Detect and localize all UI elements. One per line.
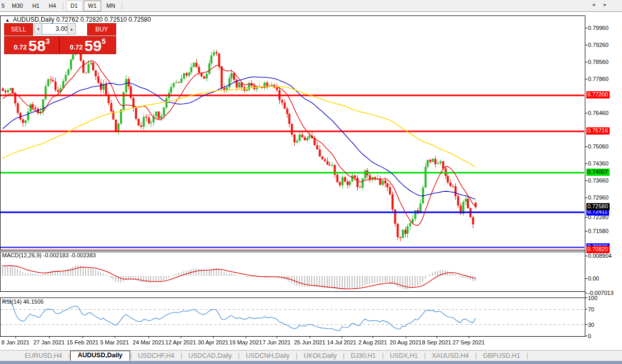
chart-title-text: AUDUSD,Daily 0.72762 0.72820 0.72510 0.7… [13,16,151,23]
one-click-trade-panel: SELL ▼ ▲ BUY 0.72583 0.72595 [4,23,115,63]
chart-tab-audusd[interactable]: AUDUSD,Daily [70,351,131,361]
date-label: 8 Jan 2021 [2,339,29,345]
sell-button[interactable]: SELL [4,23,33,36]
rsi-tick-mark [585,324,587,325]
chart-tab-gbpusd[interactable]: GBPUSD,H1 [477,351,527,360]
price-level-label: 0.74007 [586,169,610,176]
chart-tab-usdcnh[interactable]: USDCNH,Daily [240,351,296,360]
macd-tick-mark [585,278,587,279]
price-tick-label: 0.79260 [588,42,609,48]
date-tick-mark [277,336,277,338]
price-tick-mark [585,231,587,231]
buy-price-button[interactable]: 0.72595 [59,36,116,54]
volume-increase-button[interactable]: ▲ [67,23,76,35]
timeframe-button-mn[interactable]: MN [102,1,119,11]
sell-price-button[interactable]: 0.72583 [4,36,59,54]
date-tick-mark [373,336,373,338]
price-tick-label: 0.76460 [588,110,609,117]
price-tick-label: 0.72960 [588,194,609,201]
price-tick-label: 0.71580 [588,228,609,235]
chart-tab-usdcad[interactable]: USDCAD,Daily [182,351,238,360]
date-tick-mark [49,336,50,338]
date-label: 5 Mar 2021 [100,339,129,345]
window-bottom-edge [0,361,622,364]
date-label: 14 Jul 2021 [327,339,357,345]
price-level-label: 0.75716 [586,127,610,135]
volume-input[interactable] [42,23,70,35]
price-tick-label: 0.79960 [588,25,609,31]
chart-tab-usdx[interactable]: USDX,H1 [384,351,424,360]
date-tick-mark [437,336,437,338]
toolbar-separator [63,2,63,10]
chart-window: ▲AUDUSD,Daily 0.72762 0.72820 0.72510 0.… [0,12,622,350]
price-axis-line [585,15,585,337]
price-tick-mark [585,197,587,198]
price-tick-mark [585,62,587,62]
price-tick-mark [585,45,587,45]
chart-tab-dj30[interactable]: DJ30,H1 [344,351,382,360]
mt4-window: 5M30H1H4D1W1MN ▲AUDUSD,Daily 0.72762 0.7… [0,0,622,364]
timeframe-button-w1[interactable]: W1 [84,1,102,11]
tab-scroll-arrows[interactable]: ◄► [591,2,615,7]
timeframe-toolbar: 5M30H1H4D1W1MN [0,0,622,12]
macd-tick-mark [585,256,587,256]
date-tick-mark [15,336,16,338]
rsi-canvas[interactable] [1,298,584,336]
buy-button[interactable]: BUY [87,23,116,36]
date-tick-mark [342,336,342,338]
price-tick-mark [585,79,587,79]
sell-price-big: 58 [28,39,45,53]
date-tick-mark [181,336,181,338]
timeframe-button-h4[interactable]: H4 [44,1,60,11]
date-label: 25 Jun 2021 [294,339,326,345]
timeframe-button-h1[interactable]: H1 [28,1,43,11]
date-tick-mark [83,336,83,338]
date-tick-mark [149,336,149,338]
price-tick-label: 0.74360 [588,160,609,167]
date-tick-mark [213,336,214,338]
price-tick-mark [585,146,587,147]
price-tick-mark [585,28,587,28]
date-label: 19 May 2021 [229,339,262,345]
chart-title: ▲AUDUSD,Daily 0.72762 0.72820 0.72510 0.… [5,16,151,23]
timeframe-button-5[interactable]: 5 [1,1,7,11]
date-label: 30 Apr 2021 [198,339,228,345]
rsi-pane[interactable] [0,297,585,337]
price-tick-mark [585,217,587,218]
sell-price-sup: 3 [45,37,50,45]
date-label: 8 Sep 2021 [422,339,451,345]
rsi-tick-label: 70 [588,306,594,313]
date-label: 20 Aug 2021 [390,339,422,345]
rsi-tick-mark [585,297,587,298]
date-tick-mark [310,336,310,338]
chart-tab-bar: EURUSD,H4|AUDUSD,Daily|USDCHF,H4|USDCAD,… [0,350,622,361]
sell-price-prefix: 0.72 [14,43,27,51]
date-tick-mark [115,336,115,338]
price-tick-label: 0.73660 [588,177,609,184]
date-label: 27 Sep 2021 [453,339,485,345]
buy-price-prefix: 0.72 [70,43,83,51]
chart-tab-xauusd[interactable]: XAUUSD,H4 [426,351,475,360]
collapse-panel-icon[interactable]: ▲ [5,18,10,23]
date-label: 24 Mar 2021 [133,339,165,345]
date-tick-mark [406,336,406,338]
price-level-label: 0.70820 [586,246,610,253]
toolbar-separator [122,2,122,10]
timeframe-button-m30[interactable]: M30 [8,1,27,11]
price-level-label: 0.77200 [586,91,610,98]
date-label: 15 Feb 2021 [67,339,99,345]
price-tick-label: 0.77860 [588,76,609,82]
rsi-tick-mark [585,309,587,309]
rsi-indicator-label: RSI(14) 46.1505 [2,299,44,305]
macd-indicator-label: MACD(12,26,9) -0.002183 -0.002383 [2,252,96,258]
macd-tick-label: 0.008904 [588,253,612,259]
macd-tick-label: 0.00 [588,275,599,282]
chart-tab-usdchf[interactable]: USDCHF,H4 [132,351,181,360]
price-tick-mark [585,113,587,113]
chart-tab-ukoil[interactable]: UKOil,Daily [297,351,343,360]
timeframe-button-d1[interactable]: D1 [66,1,83,11]
date-label: 12 Apr 2021 [165,339,196,345]
macd-tick-mark [585,293,587,293]
price-tick-label: 0.78560 [588,59,609,65]
chart-tab-eurusd[interactable]: EURUSD,H4 [19,351,68,360]
